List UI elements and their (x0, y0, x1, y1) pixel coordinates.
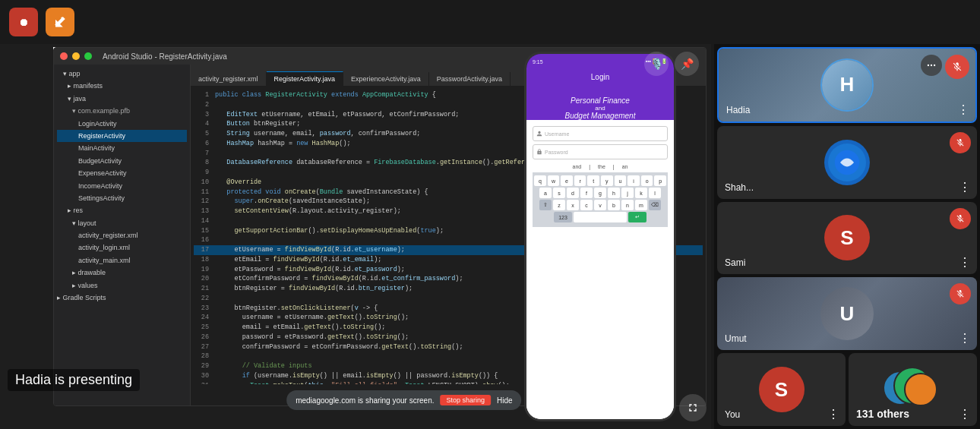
sidebar-item-gradle[interactable]: Gradle Scripts (57, 292, 187, 304)
you-avatar: S (759, 367, 805, 412)
shahid-mute-icon (950, 132, 971, 153)
sidebar-item-package[interactable]: ▾ com.example.pfb (57, 105, 187, 117)
participant-tile-shahid: Shah... ⋮ (717, 126, 977, 199)
sami-name: Sami (725, 257, 745, 268)
fullscreen-button[interactable] (679, 394, 707, 421)
sidebar-item-drawable[interactable]: ▸ drawable (57, 267, 187, 279)
tab-password[interactable]: PasswordActivity.java (429, 72, 511, 86)
tab-experience[interactable]: ExperienceActivity.java (343, 72, 429, 86)
umut-more-button[interactable]: ⋮ (959, 331, 971, 345)
key-enter[interactable]: ↵ (628, 212, 646, 222)
you-more-button[interactable]: ⋮ (827, 407, 839, 421)
key-backspace[interactable]: ⌫ (649, 200, 661, 210)
ide-file-tree: app ▸ manifests java ▾ com.example.pfb L… (57, 68, 187, 304)
key-s[interactable]: s (553, 188, 565, 198)
tab-register-xml[interactable]: activity_register.xml (191, 72, 267, 86)
key-r[interactable]: r (574, 175, 586, 186)
sidebar-item-register[interactable]: RegisterActivity (57, 130, 187, 142)
sidebar-item-activity-main[interactable]: activity_main.xml (57, 254, 187, 267)
others-more-button[interactable]: ⋮ (959, 407, 971, 421)
sidebar-item-income[interactable]: IncomeActivity (57, 180, 187, 192)
phone-keyboard[interactable]: q w e r t y u i o p a (533, 172, 668, 227)
key-m[interactable]: m (635, 200, 647, 210)
key-z[interactable]: z (553, 200, 565, 210)
key-x[interactable]: x (567, 200, 579, 210)
key-g[interactable]: g (594, 188, 606, 198)
sidebar-item-java[interactable]: java (57, 93, 187, 105)
share-notification: mediagoogle.com is sharing your screen. … (286, 390, 521, 410)
shahid-more-button[interactable]: ⋮ (959, 180, 971, 194)
ide-maximize[interactable] (84, 52, 92, 60)
phone-username-input[interactable]: Username (533, 126, 668, 141)
sami-mute-icon (950, 208, 971, 229)
key-shift[interactable]: ⇧ (539, 200, 552, 210)
sidebar-item-login[interactable]: LoginActivity (57, 118, 187, 130)
sidebar-item-values[interactable]: ▸ values (57, 279, 187, 292)
top-bar: ⏺ (0, 0, 980, 44)
key-f[interactable]: f (580, 188, 593, 198)
hadia-options-dots[interactable] (921, 55, 942, 76)
pin-button[interactable]: 📌 (675, 52, 699, 76)
hadia-name: Hadia (726, 105, 750, 115)
you-name: You (725, 409, 740, 420)
key-h[interactable]: h (608, 188, 620, 198)
sidebar-item-manifests[interactable]: ▸ manifests (57, 80, 187, 92)
key-w[interactable]: w (548, 175, 560, 186)
key-i[interactable]: i (628, 175, 640, 186)
ide-title: Android Studio - RegisterActivity.java (103, 52, 227, 61)
sidebar-item-settings[interactable]: SettingsActivity (57, 192, 187, 204)
phone-word-suggestions: and | the | an (533, 164, 668, 169)
sidebar-item-layout[interactable]: ▾ layout (57, 217, 187, 229)
key-b[interactable]: b (608, 200, 620, 210)
phone-password-input[interactable]: Password (533, 144, 668, 159)
hide-button[interactable]: Hide (497, 396, 513, 405)
key-v[interactable]: v (594, 200, 606, 210)
tab-register-java[interactable]: RegisterActivity.java (267, 71, 343, 86)
umut-avatar: U (820, 287, 874, 340)
key-u[interactable]: u (615, 175, 627, 186)
sidebar-item-res[interactable]: res (57, 204, 187, 216)
key-o[interactable]: o (641, 175, 653, 186)
others-avatar-3 (904, 373, 937, 406)
key-p[interactable]: p (654, 175, 666, 186)
key-k[interactable]: k (635, 188, 647, 198)
hadia-more-button[interactable]: ⋮ (957, 103, 969, 117)
stop-sharing-button[interactable]: Stop sharing (440, 395, 491, 405)
key-j[interactable]: j (621, 188, 634, 198)
sidebar-item-activity-register[interactable]: activity_register.xml (57, 229, 187, 241)
key-e[interactable]: e (561, 175, 573, 186)
presenting-label: Hadia is presenting (8, 369, 140, 391)
others-avatar-stack: A (883, 367, 944, 412)
bottom-row: S You ⋮ A 131 others ⋮ (717, 353, 977, 426)
key-space[interactable] (574, 212, 627, 222)
key-q[interactable]: q (534, 175, 546, 186)
key-c[interactable]: c (580, 200, 593, 210)
key-t[interactable]: t (587, 175, 599, 186)
svg-point-0 (928, 65, 929, 66)
key-n[interactable]: n (621, 200, 634, 210)
sidebar-item-main[interactable]: MainActivity (57, 142, 187, 154)
participant-tile-others: A 131 others ⋮ (849, 353, 977, 426)
key-123[interactable]: 123 (554, 212, 572, 222)
ide-minimize[interactable] (72, 52, 80, 60)
phone-screen: Login Personal Finance and Budget Manage… (526, 69, 674, 419)
participants-panel: H Hadia ⋮ Shah... ⋮ S (714, 44, 980, 429)
sidebar-item-budget[interactable]: BudgetActivity (57, 155, 187, 167)
key-d[interactable]: d (567, 188, 579, 198)
key-y[interactable]: y (601, 175, 613, 186)
participant-tile-sami: S Sami ⋮ (717, 202, 977, 275)
phone-heading-1: Personal Finance (565, 96, 636, 105)
camera-off-icon[interactable] (46, 8, 74, 36)
phone-login-form: Username Password and | the | an (526, 120, 674, 419)
keyboard-row-3: ⇧ z x c v b n m ⌫ (534, 200, 666, 210)
key-a[interactable]: a (539, 188, 552, 198)
presenter-mute-icon[interactable]: 🎙️ (644, 52, 669, 76)
hadia-avatar: H (820, 58, 874, 112)
record-icon[interactable]: ⏺ (9, 8, 38, 36)
sidebar-item-app[interactable]: app (57, 68, 187, 80)
sidebar-item-expense[interactable]: ExpenseActivity (57, 167, 187, 179)
key-l[interactable]: l (649, 188, 661, 198)
sami-more-button[interactable]: ⋮ (959, 255, 971, 270)
ide-close[interactable] (60, 52, 68, 60)
sidebar-item-activity-login[interactable]: activity_login.xml (57, 241, 187, 254)
